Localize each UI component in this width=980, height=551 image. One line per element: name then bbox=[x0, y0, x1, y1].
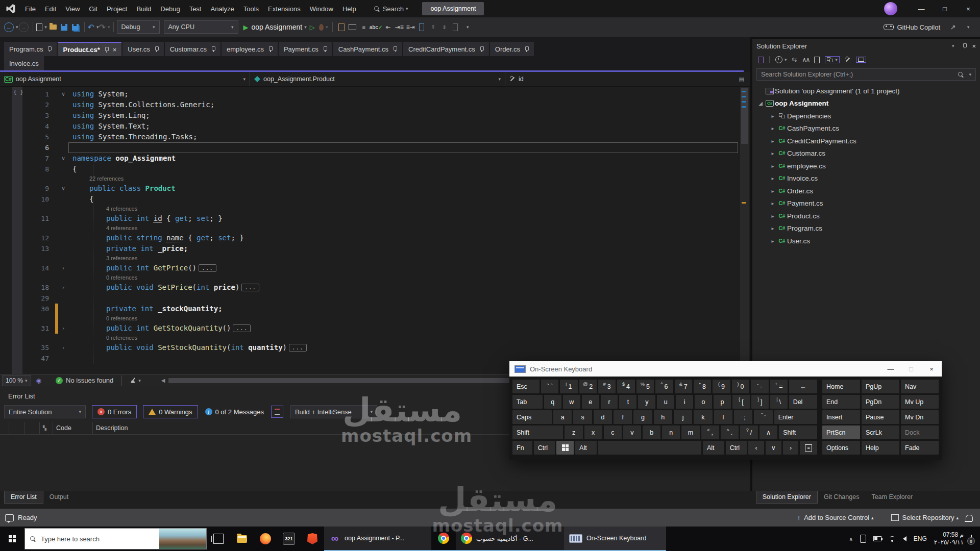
health-indicator-icon[interactable]: ◉ bbox=[36, 377, 41, 384]
code-cleanup-button[interactable]: ▾ bbox=[130, 378, 141, 384]
key-space[interactable] bbox=[598, 441, 701, 455]
next-bookmark-button[interactable]: ⇟ bbox=[438, 20, 450, 34]
key-home[interactable]: Home bbox=[822, 380, 860, 393]
codelens-references[interactable]: 0 references bbox=[68, 273, 137, 282]
menu-analyze[interactable]: Analyze bbox=[206, 0, 238, 17]
document-tab[interactable]: CashPayment.cs bbox=[333, 42, 402, 56]
key-Del[interactable]: Del bbox=[789, 395, 817, 409]
sync-with-active-document-button[interactable]: ⇆ bbox=[792, 56, 797, 63]
code-line[interactable]: 9∨public class Product bbox=[0, 183, 739, 194]
fold-marker[interactable] bbox=[58, 304, 68, 314]
collapsed-region[interactable]: ... bbox=[199, 264, 216, 272]
menu-build[interactable]: Build bbox=[132, 0, 156, 17]
add-to-source-control-button[interactable]: ↑ Add to Source Control ▴ bbox=[797, 514, 874, 521]
prev-bookmark-button[interactable]: ⇞ bbox=[427, 20, 438, 34]
expander-icon[interactable]: ▸ bbox=[769, 126, 777, 131]
chevron-down-icon[interactable]: ▾ bbox=[952, 43, 954, 48]
code-line[interactable]: 1∨using System; bbox=[0, 89, 739, 99]
github-copilot-button[interactable]: GitHub Copilot bbox=[884, 23, 940, 31]
solution-platform-select[interactable]: Any CPU▾ bbox=[164, 20, 238, 34]
code-line[interactable]: 12public string name { get; set; } bbox=[0, 233, 739, 243]
key-u[interactable]: u bbox=[657, 395, 674, 409]
wifi-icon[interactable] bbox=[889, 536, 896, 542]
fold-marker[interactable] bbox=[58, 213, 68, 224]
pin-icon[interactable] bbox=[524, 46, 529, 52]
code-editor[interactable]: { } 1∨using System;2using System.Collect… bbox=[0, 87, 750, 374]
task-view-button[interactable] bbox=[207, 527, 230, 551]
menu-test[interactable]: Test bbox=[185, 0, 206, 17]
code-line[interactable]: 18›public void SetPrice(int price)... bbox=[0, 282, 739, 293]
breadcrumb-project-dropdown[interactable]: C# oop Assignment ▾ bbox=[0, 72, 250, 86]
key-n[interactable]: n bbox=[662, 425, 680, 439]
key-k[interactable]: k bbox=[694, 410, 712, 424]
expander-icon[interactable]: ▸ bbox=[769, 238, 777, 244]
key-fade[interactable]: Fade bbox=[901, 441, 939, 455]
navigate-forward-button[interactable]: → bbox=[18, 20, 30, 34]
key-/[interactable]: ?/ bbox=[740, 425, 758, 439]
key-nav[interactable]: Nav bbox=[901, 380, 939, 393]
menu-view[interactable]: View bbox=[61, 0, 84, 17]
redo-button[interactable]: ↷▾ bbox=[99, 20, 110, 34]
key-w[interactable]: w bbox=[563, 395, 580, 409]
pin-icon[interactable] bbox=[47, 46, 52, 52]
key-Caps[interactable]: Caps bbox=[512, 410, 552, 424]
clear-bookmarks-button[interactable] bbox=[450, 20, 461, 34]
collapse-all-button[interactable]: ∧∧ bbox=[802, 56, 810, 63]
scroll-left-button[interactable]: ◀ bbox=[161, 378, 165, 383]
breakpoint-margin[interactable] bbox=[0, 164, 12, 174]
tree-item[interactable]: ◢C#oop Assignment bbox=[752, 97, 980, 110]
menu-file[interactable]: File bbox=[20, 0, 40, 17]
selection-button[interactable]: ⇤ bbox=[382, 20, 394, 34]
minimize-button[interactable]: — bbox=[910, 0, 933, 17]
key-j[interactable]: j bbox=[674, 410, 692, 424]
breakpoint-margin[interactable] bbox=[0, 121, 12, 132]
key-y[interactable]: y bbox=[638, 395, 655, 409]
start-debugging-button[interactable]: ▶ oop Assignment ▾ bbox=[243, 20, 307, 34]
codelens-references[interactable]: 4 references bbox=[68, 205, 137, 213]
tree-item[interactable]: ▸C#Invoice.cs bbox=[752, 172, 980, 185]
menu-help[interactable]: Help bbox=[338, 0, 361, 17]
key-m[interactable]: m bbox=[681, 425, 699, 439]
save-button[interactable] bbox=[59, 20, 70, 34]
media-player-button[interactable]: 321 bbox=[277, 527, 301, 551]
expander-icon[interactable]: ▸ bbox=[769, 151, 777, 156]
bookmark-button[interactable] bbox=[416, 20, 427, 34]
menu-debug[interactable]: Debug bbox=[156, 0, 184, 17]
filter-icon[interactable] bbox=[271, 406, 283, 418]
key-menu[interactable]: ≡ bbox=[800, 441, 817, 455]
panel-tab-team-explorer[interactable]: Team Explorer bbox=[865, 491, 919, 503]
key-mv-up[interactable]: Mv Up bbox=[901, 395, 939, 409]
messages-filter-button[interactable]: i 0 of 2 Messages bbox=[205, 408, 264, 416]
key-][interactable]: }] bbox=[751, 395, 769, 409]
key-pgup[interactable]: PgUp bbox=[862, 380, 899, 393]
fold-marker[interactable]: ∨ bbox=[58, 89, 68, 99]
editor-vertical-scrollbar[interactable] bbox=[740, 87, 749, 374]
new-project-button[interactable]: ▾ bbox=[36, 20, 47, 34]
tree-item[interactable]: ▸Dependencies bbox=[752, 110, 980, 122]
pin-icon[interactable] bbox=[393, 46, 397, 52]
key-←[interactable]: ← bbox=[789, 380, 817, 393]
phone-link-icon[interactable] bbox=[860, 535, 866, 543]
panel-tab-solution-explorer[interactable]: Solution Explorer bbox=[756, 491, 818, 504]
osk-title-bar[interactable]: On-Screen Keyboard — □ × bbox=[509, 361, 942, 377]
code-line[interactable]: 6 bbox=[0, 142, 739, 153]
fold-marker[interactable] bbox=[58, 99, 68, 110]
key-6[interactable]: ^6 bbox=[655, 380, 673, 393]
key-,[interactable]: <, bbox=[701, 425, 719, 439]
osk-close-button[interactable]: × bbox=[921, 365, 942, 373]
breakpoint-margin[interactable] bbox=[0, 304, 12, 314]
document-tab[interactable]: Invoice.cs bbox=[4, 56, 44, 70]
expander-icon[interactable]: ▸ bbox=[769, 176, 777, 181]
key-8[interactable]: *8 bbox=[694, 380, 711, 393]
menu-edit[interactable]: Edit bbox=[40, 0, 61, 17]
key-Alt[interactable]: Alt bbox=[575, 441, 597, 455]
fold-marker[interactable] bbox=[58, 164, 68, 174]
menu-window[interactable]: Window bbox=[305, 0, 338, 17]
feedback-send-button[interactable]: ▾ bbox=[962, 20, 973, 34]
code-line[interactable]: 29 bbox=[0, 293, 739, 304]
solution-configuration-select[interactable]: Debug▾ bbox=[117, 20, 160, 34]
key-v[interactable]: v bbox=[623, 425, 641, 439]
breadcrumb-member-dropdown[interactable]: id ▤ bbox=[505, 72, 750, 86]
expander-icon[interactable]: ▸ bbox=[769, 213, 777, 219]
breakpoint-margin[interactable] bbox=[0, 263, 12, 273]
